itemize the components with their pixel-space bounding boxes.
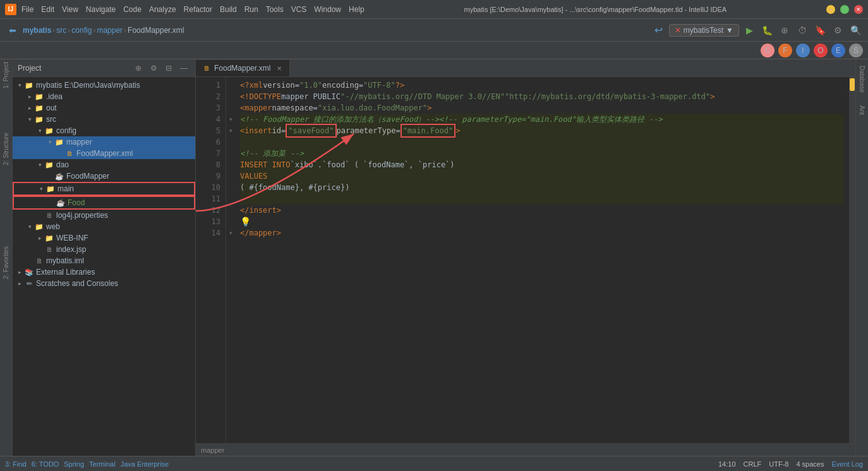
tree-item-config[interactable]: ▾ 📁 config <box>13 125 195 136</box>
scroll-thumb[interactable] <box>850 78 855 91</box>
code-line-9: VALUES <box>240 170 844 182</box>
project-tree: ▾ 📁 mybatis E:\Demo\Java\mybatis ▸ 📁 .id… <box>13 77 195 456</box>
tree-item-foodmapper-xml[interactable]: 🗎 FoodMapper.xml <box>13 148 195 159</box>
line-ending[interactable]: CRLF <box>744 460 762 468</box>
debug-button[interactable]: 🐛 <box>759 23 775 38</box>
browser-other-icon[interactable]: S <box>849 44 863 57</box>
fold-btn-13[interactable] <box>226 216 235 227</box>
menu-navigate[interactable]: Navigate <box>86 5 116 14</box>
fold-btn-5[interactable]: ▾ <box>226 125 235 136</box>
spring-status[interactable]: Spring <box>64 460 84 468</box>
menu-vcs[interactable]: VCS <box>291 5 307 14</box>
sidebar-settings-icon[interactable]: ⚙ <box>147 62 160 75</box>
menu-edit[interactable]: Edit <box>41 5 54 14</box>
coverage-button[interactable]: ⊕ <box>777 23 792 38</box>
browser-opera-icon[interactable]: O <box>814 44 828 57</box>
sidebar-layout-icon[interactable]: ⊟ <box>162 62 175 75</box>
fold-btn-1[interactable] <box>226 80 235 91</box>
menu-code[interactable]: Code <box>123 5 142 14</box>
tree-item-mybatisiml[interactable]: 🗎 mybatis.iml <box>13 255 195 266</box>
back-nav-icon[interactable]: ↩ <box>651 23 666 38</box>
editor-tab-foodmapper[interactable]: 🗎 FoodMapper.xml ✕ <box>196 60 290 76</box>
tree-item-scratches[interactable]: ▸ ✏ Scratches and Consoles <box>13 278 195 289</box>
fold-btn-4[interactable]: ▾ <box>226 114 235 125</box>
tree-item-main[interactable]: ▾ 📁 main <box>13 182 195 196</box>
fold-btn-11[interactable] <box>226 193 235 205</box>
menu-view[interactable]: View <box>62 5 78 14</box>
database-panel-tab[interactable]: Database <box>857 62 867 97</box>
profile-button[interactable]: ⏱ <box>795 23 810 38</box>
project-panel-tab[interactable]: 1: Project <box>3 62 9 88</box>
search-button[interactable]: 🔍 <box>848 23 863 38</box>
todo-status[interactable]: 6: TODO <box>32 460 59 468</box>
code-line-10: ( #{foodName}, #{price}) <box>240 182 844 193</box>
tree-item-food[interactable]: ☕ Food <box>13 196 195 210</box>
fold-btn-10[interactable] <box>226 182 235 193</box>
java-enterprise-status[interactable]: Java Enterprise <box>121 460 169 468</box>
browser-edge-icon[interactable]: E <box>831 44 845 57</box>
menu-file[interactable]: File <box>21 5 33 14</box>
back-button[interactable]: ⬅ <box>5 23 20 38</box>
fold-btn-14[interactable]: ▾ <box>226 227 235 239</box>
tree-item-web[interactable]: ▾ 📁 web <box>13 221 195 232</box>
menu-window[interactable]: Window <box>314 5 341 14</box>
event-log[interactable]: Event Log <box>831 460 863 468</box>
maximize-button[interactable]: □ <box>840 5 849 14</box>
favorites-panel-tab[interactable]: 2: Favorites <box>1 242 11 283</box>
minimize-button[interactable]: ─ <box>826 5 835 14</box>
fold-btn-3[interactable] <box>226 102 235 114</box>
tab-close-button[interactable]: ✕ <box>277 65 282 72</box>
folder-icon: 📁 <box>54 137 64 147</box>
tree-item-extlibs[interactable]: ▸ 📚 External Libraries <box>13 266 195 278</box>
find-status[interactable]: 3: Find <box>5 460 27 468</box>
breadcrumb-mybatis[interactable]: mybatis <box>23 26 51 35</box>
breadcrumb-src[interactable]: src <box>56 26 66 35</box>
breadcrumb-mapper[interactable]: mapper <box>97 26 123 35</box>
tree-item-src[interactable]: ▾ 📁 src <box>13 114 195 125</box>
menu-analyze[interactable]: Analyze <box>149 5 176 14</box>
browser-ie-icon[interactable]: I <box>796 44 810 57</box>
menu-refactor[interactable]: Refactor <box>184 5 212 14</box>
run-config-selector[interactable]: ✕ mybatisTest ▼ <box>669 24 739 37</box>
browser-chrome-icon[interactable]: C <box>761 44 775 57</box>
breadcrumb-file[interactable]: FoodMapper.xml <box>128 26 184 35</box>
menu-build[interactable]: Build <box>220 5 237 14</box>
breadcrumb: mybatis › src › config › mapper › FoodMa… <box>23 26 649 35</box>
indent-setting[interactable]: 4 spaces <box>796 460 824 468</box>
tree-item-out[interactable]: ▸ 📁 out <box>13 102 195 114</box>
bookmark-button[interactable]: 🔖 <box>812 23 828 38</box>
breadcrumb-config[interactable]: config <box>71 26 92 35</box>
sidebar-add-icon[interactable]: ⊕ <box>132 62 145 75</box>
browser-firefox-icon[interactable]: F <box>778 44 792 57</box>
terminal-status[interactable]: Terminal <box>89 460 116 468</box>
fold-btn-7[interactable] <box>226 148 235 159</box>
menu-run[interactable]: Run <box>244 5 258 14</box>
tree-item-foodmapper-java[interactable]: ☕ FoodMapper <box>13 170 195 182</box>
code-content[interactable]: <?xml version="1.0" encoding="UTF-8" ?> … <box>235 77 849 443</box>
code-line-8: INSERT INTO `xibo`.`food` ( `foodName`, … <box>240 159 844 170</box>
tree-item-log4j[interactable]: 🗎 log4j.properties <box>13 210 195 221</box>
encoding[interactable]: UTF-8 <box>769 460 788 468</box>
tree-item-idea[interactable]: ▸ 📁 .idea <box>13 91 195 102</box>
ant-panel-tab[interactable]: Ant <box>857 102 867 119</box>
tree-item-mybatis[interactable]: ▾ 📁 mybatis E:\Demo\Java\mybatis <box>13 80 195 91</box>
fold-btn-2[interactable] <box>226 91 235 102</box>
settings-button[interactable]: ⚙ <box>830 23 845 38</box>
line-numbers: 12345 678910 11121314 <box>201 77 226 443</box>
tree-item-indexjsp[interactable]: 🗎 index.jsp <box>13 244 195 255</box>
fold-btn-6[interactable] <box>226 136 235 148</box>
tree-item-webinf[interactable]: ▸ 📁 WEB-INF <box>13 232 195 244</box>
sidebar-minimize-icon[interactable]: — <box>178 62 190 75</box>
structure-panel-tab[interactable]: 2: Structure <box>1 129 11 169</box>
menu-tools[interactable]: Tools <box>266 5 284 14</box>
tab-bar: 🗎 FoodMapper.xml ✕ <box>196 59 855 77</box>
tree-item-dao[interactable]: ▾ 📁 dao <box>13 159 195 170</box>
fold-btn-12[interactable] <box>226 205 235 216</box>
jsp-file-icon: 🗎 <box>44 244 54 254</box>
close-button[interactable]: ✕ <box>854 5 863 14</box>
fold-btn-8[interactable] <box>226 159 235 170</box>
menu-help[interactable]: Help <box>349 5 365 14</box>
tree-item-mapper[interactable]: ▾ 📁 mapper <box>13 136 195 148</box>
run-button[interactable]: ▶ <box>742 23 757 38</box>
fold-btn-9[interactable] <box>226 170 235 182</box>
